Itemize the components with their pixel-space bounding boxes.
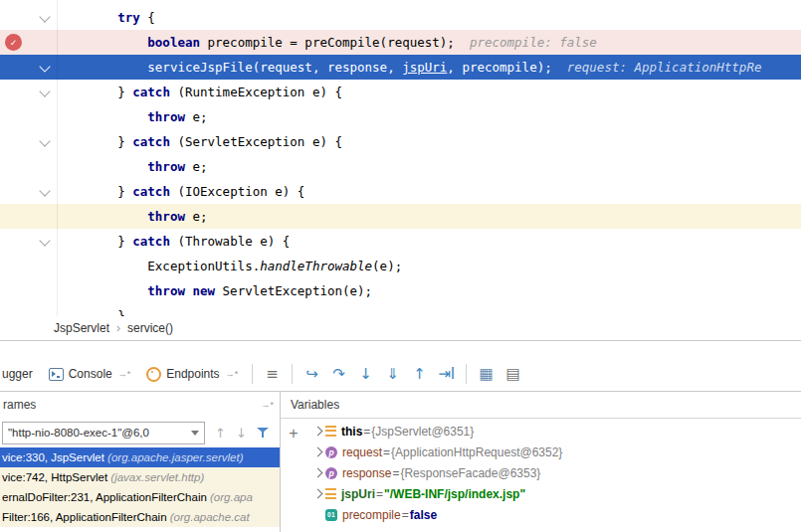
variable-row[interactable]: prequest = {ApplicationHttpRequest@6352} [306, 442, 801, 462]
variables-toolbar: + [281, 419, 306, 532]
frame-location: ernalDoFilter:231, ApplicationFilterChai… [2, 491, 207, 503]
previous-frame-button[interactable]: ↑ [215, 426, 226, 441]
frame-package: (org.apa [207, 491, 253, 503]
breadcrumb-class[interactable]: JspServlet [54, 321, 109, 335]
frame-location: Filter:166, ApplicationFilterChain [2, 511, 167, 523]
fold-chevron-icon[interactable] [39, 86, 50, 96]
menu-button[interactable]: ≡ [259, 362, 286, 386]
code-segment: ServletException(e); [215, 283, 372, 298]
code-segment: e; [185, 209, 208, 224]
tab-console[interactable]: Console →* [41, 357, 139, 391]
stack-frame-row[interactable]: Filter:166, ApplicationFilterChain (org.… [0, 507, 280, 527]
variable-value: {ApplicationHttpRequest@6352} [391, 445, 562, 459]
code-segment: e; [185, 159, 208, 174]
code-editor: try { boolean precompile = preCompile(re… [0, 0, 801, 316]
code-line[interactable]: ExceptionUtils.handleThrowable(e); [0, 254, 801, 278]
code-line[interactable]: throw e; [0, 204, 801, 229]
breadcrumb-method[interactable]: service() [127, 321, 173, 335]
code-line[interactable]: } catch (RuntimeException e) { [0, 80, 801, 104]
fold-chevron-icon[interactable] [39, 61, 50, 72]
code-line[interactable]: } catch (Throwable e) { [0, 229, 801, 254]
layout-settings-button[interactable]: ▤ [500, 362, 526, 386]
code-line[interactable]: } catch (IOException e) { [0, 179, 801, 204]
add-watch-button[interactable]: + [289, 426, 298, 442]
code-line[interactable]: throw e; [0, 154, 801, 179]
variable-row[interactable]: this = {JspServlet@6351} [306, 421, 801, 442]
endpoints-icon [146, 367, 161, 382]
force-step-into-button[interactable]: ⇓ [379, 362, 406, 386]
code-segment [58, 234, 117, 249]
thread-selector[interactable]: "http-nio-8080-exec-1"@6,0 [2, 422, 205, 444]
ide-window: try { boolean precompile = preCompile(re… [0, 0, 801, 532]
code-segment: ExceptionUtils. [147, 259, 260, 273]
code-line[interactable]: throw e; [0, 104, 801, 129]
stack-frame-row[interactable]: vice:742, HttpServlet (javax.servlet.htt… [0, 467, 280, 487]
code-line[interactable]: serviceJspFile(request, response, jspUri… [0, 55, 801, 80]
view-layout-button[interactable]: ▦ [473, 362, 500, 386]
variable-equals: = [376, 487, 383, 501]
code-segment [58, 134, 117, 149]
variable-row[interactable]: presponse = {ResponseFacade@6353} [306, 462, 801, 483]
code-line[interactable]: boolean precompile = preCompile(request)… [0, 30, 801, 55]
expand-arrow-icon[interactable] [313, 489, 323, 499]
stack-frame-row[interactable]: vice:330, JspServlet (org.apache.jasper.… [0, 447, 280, 467]
frames-panel: rames →* "http-nio-8080-exec-1"@6,0 ↑ ↓ … [0, 392, 281, 532]
code-segment [58, 10, 117, 25]
expand-arrow-icon[interactable] [313, 427, 323, 437]
code-segment: boolean [147, 35, 200, 50]
code-segment: } [117, 134, 132, 149]
code-segment: new [192, 283, 215, 298]
variable-name: response [342, 466, 391, 480]
code-line[interactable]: } catch (ServletException e) { [0, 129, 801, 154]
code-segment [58, 60, 147, 75]
variable-value: false [410, 508, 437, 522]
fold-chevron-icon[interactable] [39, 135, 50, 146]
step-out-button[interactable]: ↑ [406, 362, 433, 386]
param-variable-icon: p [325, 467, 337, 479]
code-segment: try [117, 10, 140, 25]
frame-location: vice:330, JspServlet [2, 451, 104, 463]
next-frame-button[interactable]: ↓ [236, 426, 247, 441]
variable-name: jspUri [341, 487, 375, 501]
code-segment: (ServletException e) { [170, 134, 342, 149]
code-line[interactable]: try { [0, 5, 801, 30]
thread-selector-value: "http-nio-8080-exec-1"@6,0 [8, 427, 149, 439]
filter-frames-icon[interactable] [257, 427, 269, 439]
variable-row[interactable]: jspUri = "/WEB-INF/jsp/index.jsp" [306, 483, 801, 504]
frames-list: vice:330, JspServlet (org.apache.jasper.… [0, 447, 280, 532]
variable-name: precompile [342, 508, 401, 522]
step-into-button[interactable]: ↓ [352, 362, 379, 386]
param-variable-icon: p [325, 446, 337, 458]
toolbar-separator [252, 364, 253, 384]
fold-chevron-icon[interactable] [39, 185, 50, 196]
tab-console-label: Console [69, 367, 112, 381]
variable-equals: = [363, 425, 370, 439]
run-to-cursor-button[interactable]: ⇥I [433, 362, 460, 386]
expand-arrow-icon[interactable] [313, 447, 323, 457]
expand-arrow-icon[interactable] [313, 468, 323, 478]
variable-value: {ResponseFacade@6353} [400, 466, 540, 480]
toolbar-separator [292, 364, 293, 384]
variable-value: "/WEB-INF/jsp/index.jsp" [384, 487, 525, 501]
pin-icon[interactable]: →* [261, 400, 280, 410]
value-variable-icon [325, 426, 336, 437]
tab-endpoints[interactable]: Endpoints →* [138, 357, 246, 391]
step-over-button[interactable]: ↷ [325, 362, 352, 386]
fold-chevron-icon[interactable] [39, 235, 50, 246]
code-segment [58, 209, 147, 224]
show-execution-point-button[interactable]: ↪ [299, 362, 325, 386]
code-segment [58, 308, 117, 316]
code-segment [58, 283, 147, 298]
variable-value: {JspServlet@6351} [371, 425, 474, 439]
code-segment: (Throwable e) { [170, 234, 290, 249]
variable-row[interactable]: 01precompile = false [306, 504, 801, 525]
code-segment [58, 109, 147, 124]
tab-debugger[interactable]: ugger [0, 357, 41, 391]
code-line[interactable]: throw new ServletException(e); [0, 278, 801, 303]
breakpoint-icon[interactable] [5, 34, 22, 51]
variables-panel-title: Variables [291, 398, 339, 412]
code-line[interactable]: } [0, 303, 801, 316]
fold-chevron-icon[interactable] [39, 11, 50, 22]
stack-frame-row[interactable]: ernalDoFilter:231, ApplicationFilterChai… [0, 487, 280, 507]
debug-toolbar: ugger Console →* Endpoints →* ≡↪↷↓⇓↑⇥I▦▤ [0, 341, 801, 392]
